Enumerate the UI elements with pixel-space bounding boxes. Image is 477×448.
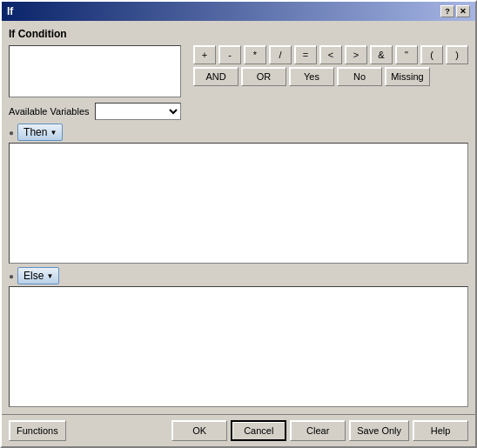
op-and[interactable]: AND (193, 67, 238, 86)
bottom-right-buttons: OK Cancel Clear Save Only Help (171, 420, 468, 441)
help-title-button[interactable]: ? (440, 5, 454, 17)
then-dropdown-button[interactable]: Then ▼ (17, 124, 63, 141)
op-quote[interactable]: " (395, 45, 418, 64)
title-bar-buttons: ? ✕ (440, 5, 470, 17)
op-minus[interactable]: - (218, 45, 241, 64)
op-row-1: + - * / = < > & " ( ) (193, 45, 468, 64)
else-dropdown-button[interactable]: Else ▼ (17, 267, 59, 284)
op-greater[interactable]: > (345, 45, 367, 64)
main-window: If ? ✕ If Condition Available Variables … (0, 0, 477, 448)
cancel-button[interactable]: Cancel (231, 420, 286, 441)
operators-panel: + - * / = < > & " ( ) AND OR Yes No (193, 45, 468, 120)
op-ampersand[interactable]: & (370, 45, 393, 64)
if-condition-label: If Condition (9, 28, 468, 40)
op-row-2: AND OR Yes No Missing (193, 67, 468, 86)
op-no[interactable]: No (337, 67, 382, 86)
then-header: ● Then ▼ (9, 124, 468, 141)
variables-select[interactable] (95, 103, 181, 120)
op-rparen[interactable]: ) (446, 45, 468, 64)
then-section: ● Then ▼ (9, 124, 468, 264)
close-title-button[interactable]: ✕ (456, 5, 470, 17)
then-text-area[interactable] (9, 143, 468, 264)
else-text-area[interactable] (9, 286, 468, 407)
op-divide[interactable]: / (269, 45, 292, 64)
op-or[interactable]: OR (241, 67, 286, 86)
else-header: ● Else ▼ (9, 267, 468, 284)
ok-button[interactable]: OK (171, 420, 227, 441)
variables-row: Available Variables (9, 103, 181, 120)
window-title: If (7, 5, 13, 17)
op-yes[interactable]: Yes (289, 67, 334, 86)
op-equals[interactable]: = (294, 45, 317, 64)
op-plus[interactable]: + (193, 45, 216, 64)
condition-and-ops: Available Variables + - * / = < > & " ( (9, 45, 468, 120)
else-label: Else (24, 270, 44, 282)
bottom-left-buttons: Functions (9, 420, 66, 441)
then-label: Then (24, 126, 47, 138)
then-icon: ● (9, 128, 14, 137)
help-button[interactable]: Help (413, 420, 468, 441)
bottom-bar: Functions OK Cancel Clear Save Only Help (2, 414, 475, 446)
save-only-button[interactable]: Save Only (349, 420, 409, 441)
left-panel: Available Variables (9, 45, 181, 120)
else-icon: ● (9, 271, 14, 281)
content-area: If Condition Available Variables + - * /… (2, 21, 475, 414)
op-lparen[interactable]: ( (420, 45, 443, 64)
op-less[interactable]: < (319, 45, 342, 64)
then-arrow: ▼ (50, 129, 57, 137)
functions-button[interactable]: Functions (9, 420, 66, 441)
op-multiply[interactable]: * (244, 45, 266, 64)
clear-button[interactable]: Clear (290, 420, 346, 441)
if-condition-input[interactable] (9, 45, 181, 97)
op-missing[interactable]: Missing (385, 67, 430, 86)
else-arrow: ▼ (46, 272, 53, 280)
else-section: ● Else ▼ (9, 267, 468, 407)
title-bar: If ? ✕ (2, 2, 475, 21)
variables-label: Available Variables (9, 106, 90, 117)
